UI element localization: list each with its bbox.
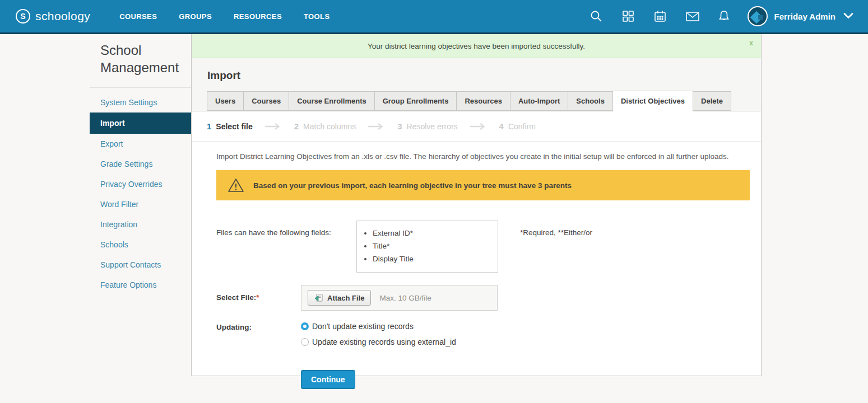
- panel-header: Import Users Courses Course Enrollments …: [192, 58, 761, 111]
- import-tabs: Users Courses Course Enrollments Group E…: [192, 91, 761, 111]
- radio-label: Don't update existing records: [312, 322, 414, 331]
- radio-update-external-id[interactable]: Update existing records using external_i…: [301, 338, 456, 346]
- user-avatar[interactable]: [748, 6, 768, 26]
- radio-label: Update existing records using external_i…: [312, 338, 456, 346]
- sidebar-item-schools[interactable]: Schools: [90, 235, 191, 255]
- tab-courses[interactable]: Courses: [243, 91, 289, 111]
- arrow-right-icon: [470, 123, 487, 130]
- attach-file-button-label: Attach File: [327, 294, 364, 302]
- tab-resources[interactable]: Resources: [456, 91, 510, 111]
- sidebar-item-feature-options[interactable]: Feature Options: [90, 275, 191, 295]
- main-menu: COURSES GROUPS RESOURCES TOOLS: [119, 12, 351, 21]
- select-file-row: Select File:* Attach File Max. 10 GB/fil…: [216, 285, 750, 311]
- sidebar-item-system-settings[interactable]: System Settings: [90, 92, 191, 113]
- tab-delete[interactable]: Delete: [693, 91, 731, 111]
- step-number: 4: [499, 121, 504, 131]
- chevron-down-icon[interactable]: [843, 11, 853, 21]
- import-description: Import District Learning Objectives from…: [192, 142, 761, 161]
- attach-file-box: Attach File Max. 10 GB/file: [301, 285, 498, 311]
- schoology-s-icon: S: [16, 9, 30, 24]
- sidebar-title: School Management: [90, 41, 191, 76]
- tab-auto-import[interactable]: Auto-Import: [510, 91, 568, 111]
- updating-label: Updating:: [216, 322, 301, 331]
- import-form: Files can have the following fields: Ext…: [192, 200, 761, 389]
- menu-groups[interactable]: GROUPS: [179, 12, 212, 21]
- step-label: Select file: [216, 122, 252, 131]
- sidebar-item-import[interactable]: Import: [90, 113, 191, 134]
- calendar-icon[interactable]: [653, 10, 667, 23]
- sidebar-item-support-contacts[interactable]: Support Contacts: [90, 255, 191, 275]
- step-confirm: 4 Confirm: [499, 121, 536, 131]
- main-panel: Your district learning objectives have b…: [191, 34, 762, 376]
- required-legend: *Required, **Either/or: [520, 221, 592, 237]
- updating-row: Updating: Don't update existing records …: [216, 322, 750, 353]
- fields-box: External ID* Title* Display Title: [356, 221, 498, 273]
- menu-courses[interactable]: COURSES: [119, 12, 157, 21]
- step-number: 3: [397, 121, 402, 131]
- radio-selected-icon[interactable]: [301, 322, 309, 330]
- required-asterisk: *: [256, 293, 259, 302]
- warning-banner: Based on your previous import, each lear…: [216, 170, 750, 200]
- tab-course-enrollments[interactable]: Course Enrollments: [289, 91, 375, 111]
- fields-label: Files can have the following fields:: [216, 221, 356, 237]
- updating-options: Don't update existing records Update exi…: [301, 322, 456, 353]
- arrow-right-icon: [368, 123, 385, 130]
- field-external-id: External ID*: [373, 227, 492, 240]
- sidebar-item-integration[interactable]: Integration: [90, 214, 191, 235]
- notifications-icon[interactable]: [717, 10, 731, 23]
- tab-district-objectives[interactable]: District Objectives: [612, 91, 693, 111]
- field-display-title: Display Title: [373, 252, 492, 265]
- sidebar-item-grade-settings[interactable]: Grade Settings: [90, 154, 191, 174]
- attach-file-button[interactable]: Attach File: [308, 290, 371, 306]
- arrow-right-icon: [265, 123, 282, 130]
- warning-text: Based on your previous import, each lear…: [253, 181, 572, 190]
- success-message: Your district learning objectives have b…: [368, 42, 585, 50]
- search-icon[interactable]: [590, 10, 603, 23]
- tab-schools[interactable]: Schools: [568, 91, 613, 111]
- sidebar-divider: [90, 87, 191, 88]
- step-label: Match columns: [303, 122, 356, 131]
- field-title: Title*: [373, 240, 492, 252]
- tab-group-enrollments[interactable]: Group Enrollments: [374, 91, 457, 111]
- radio-unselected-icon[interactable]: [301, 338, 309, 346]
- step-label: Resolve errors: [407, 122, 458, 131]
- navbar-right: Ferriday Admin: [571, 6, 853, 26]
- radio-dont-update[interactable]: Don't update existing records: [301, 322, 456, 331]
- step-number: 1: [207, 121, 211, 131]
- menu-resources[interactable]: RESOURCES: [234, 12, 282, 21]
- max-file-size-note: Max. 10 GB/file: [379, 294, 431, 302]
- step-label: Confirm: [508, 122, 536, 131]
- schoology-logo[interactable]: S schoology: [16, 9, 90, 24]
- step-select-file: 1 Select file: [207, 121, 253, 131]
- step-number: 2: [294, 121, 299, 131]
- sidebar-item-privacy-overrides[interactable]: Privacy Overrides: [90, 174, 191, 194]
- menu-tools[interactable]: TOOLS: [304, 12, 330, 21]
- top-navbar: S schoology COURSES GROUPS RESOURCES TOO…: [0, 0, 868, 34]
- sidebar-item-export[interactable]: Export: [90, 134, 191, 154]
- success-banner: Your district learning objectives have b…: [192, 34, 761, 58]
- apps-grid-icon[interactable]: [621, 10, 635, 23]
- close-icon[interactable]: x: [749, 39, 753, 47]
- step-resolve-errors: 3 Resolve errors: [397, 121, 457, 131]
- wizard-steps: 1 Select file 2 Match columns 3 Resolve …: [192, 111, 761, 142]
- messages-icon[interactable]: [685, 10, 699, 23]
- attach-file-icon: [314, 293, 323, 302]
- warning-triangle-icon: [228, 177, 244, 193]
- select-file-label: Select File:*: [216, 285, 301, 302]
- continue-row: Continue: [216, 370, 750, 389]
- brand-name: schoology: [35, 10, 90, 23]
- page-title: Import: [207, 69, 761, 82]
- user-name[interactable]: Ferriday Admin: [774, 12, 835, 21]
- tab-users[interactable]: Users: [207, 91, 244, 111]
- sidebar-item-word-filter[interactable]: Word Filter: [90, 194, 191, 214]
- fields-row: Files can have the following fields: Ext…: [216, 221, 750, 273]
- continue-button[interactable]: Continue: [301, 370, 355, 389]
- sidebar-school-management: School Management System Settings Import…: [90, 41, 191, 295]
- step-match-columns: 2 Match columns: [294, 121, 356, 131]
- select-file-label-text: Select File:: [216, 293, 256, 302]
